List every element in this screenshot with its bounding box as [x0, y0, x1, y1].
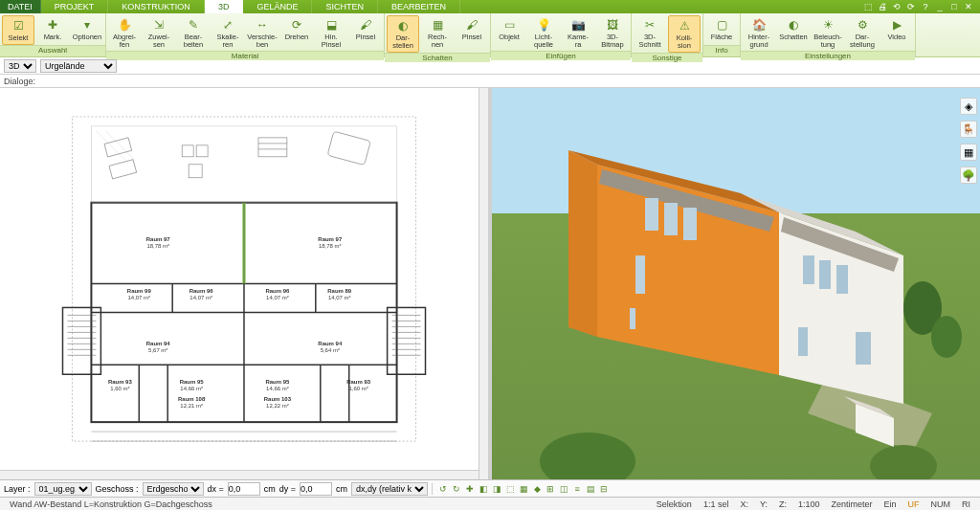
- bottom-tool-icon-4[interactable]: ◨: [490, 482, 503, 496]
- menu-bar: DATEI PROJEKT KONSTRUKTION 3D GELÄNDE SI…: [0, 0, 980, 13]
- ribbon-btn-darstellen[interactable]: ◐Dar- stellen: [387, 15, 419, 53]
- ribbon-btn-mark[interactable]: ✚Mark.: [36, 15, 69, 43]
- scrollbar-horizontal[interactable]: [0, 470, 479, 479]
- ribbon-icon: ↔: [254, 17, 271, 33]
- bottom-tool-icon-0[interactable]: ↺: [436, 482, 450, 496]
- ribbon-label: Dar- stellung: [850, 33, 875, 49]
- ribbon-btn-lichtquelle[interactable]: 💡Licht- quelle: [527, 15, 560, 51]
- close-icon[interactable]: ✕: [963, 1, 974, 12]
- help-icon[interactable]: ?: [920, 1, 931, 12]
- ribbon-btn-pinsel[interactable]: 🖌Pinsel: [349, 15, 382, 43]
- ribbon-btn-verschieben[interactable]: ↔Verschie- ben: [246, 15, 278, 51]
- ribbon-btn-selekt[interactable]: ☑Selekt: [2, 15, 34, 45]
- main-area: Raum 9718,78 m²Raum 9718,78 m²Raum 9914,…: [0, 88, 980, 479]
- ribbon-group-einfügen: ▭Objekt💡Licht- quelle📷Kame- ra🖼3D- Bitma…: [491, 13, 632, 56]
- ribbon-icon: ⤢: [219, 17, 236, 33]
- ribbon-btn-pinsel[interactable]: 🖌Pinsel: [456, 15, 488, 43]
- ribbon-btn-darstellung[interactable]: ⚙Dar- stellung: [846, 15, 879, 51]
- ribbon-btn-zuweisen[interactable]: ⇲Zuwei- sen: [143, 15, 175, 51]
- ribbon-label: Licht- quelle: [534, 33, 553, 49]
- ribbon-icon: ☀: [819, 17, 836, 33]
- ribbon-btn-kamera[interactable]: 📷Kame- ra: [562, 15, 594, 51]
- ribbon-btn-objekt[interactable]: ▭Objekt: [493, 15, 525, 43]
- ribbon-btn-video[interactable]: ▶Video: [880, 15, 913, 43]
- mode-select[interactable]: 3D: [4, 59, 36, 73]
- ribbon-btn-rechnen[interactable]: ▦Rech- nen: [421, 15, 454, 51]
- room-area: 14,07 m²: [266, 295, 289, 300]
- room-area: 5,64 m²: [321, 347, 340, 353]
- folder-icon[interactable]: ⬚: [862, 1, 874, 12]
- redo-icon[interactable]: ⟳: [905, 1, 917, 12]
- ribbon-label: Drehen: [285, 33, 309, 41]
- ribbon-group-schatten: ◐Dar- stellen▦Rech- nen🖌PinselSchatten: [385, 13, 491, 56]
- dy-input[interactable]: [300, 482, 332, 496]
- furniture-icon[interactable]: 🪑: [960, 121, 977, 138]
- materials-icon[interactable]: ▦: [960, 144, 977, 161]
- menu-tab-sichten[interactable]: SICHTEN: [312, 0, 378, 13]
- ribbon-icon: ✎: [185, 17, 202, 33]
- room-name: Raum 95: [180, 379, 205, 385]
- print-icon[interactable]: 🖨: [877, 1, 888, 12]
- ribbon: ☑Selekt✚Mark.▾OptionenAuswahl✋Abgrei- fe…: [0, 13, 980, 57]
- ribbon-btn-schatten[interactable]: ◐Schatten: [777, 15, 810, 43]
- ribbon-btn-dschnitt[interactable]: ✂3D- Schnitt: [634, 15, 666, 51]
- menu-tab-gelaende[interactable]: GELÄNDE: [243, 0, 312, 13]
- layer-select[interactable]: 01_ug.eg.og: [34, 482, 92, 496]
- room-name: Raum 95: [265, 379, 290, 385]
- undo-icon[interactable]: ⟲: [891, 1, 902, 12]
- room-name: Raum 96: [265, 288, 290, 294]
- svg-rect-34: [104, 138, 132, 157]
- 3d-viewport[interactable]: ◈ 🪑 ▦ 🌳: [492, 88, 980, 479]
- group-label: Schatten: [385, 53, 490, 62]
- ribbon-group-material: ✋Abgrei- fen⇲Zuwei- sen✎Bear- beiten⤢Ska…: [106, 13, 385, 56]
- dx-input[interactable]: [228, 482, 260, 496]
- bottom-tool-icon-8[interactable]: ⊞: [544, 482, 557, 496]
- ribbon-btn-dbitmap[interactable]: 🖼3D- Bitmap: [596, 15, 629, 51]
- bottom-tool-icon-3[interactable]: ◧: [477, 482, 490, 496]
- bottom-tool-icon-6[interactable]: ▦: [517, 482, 530, 496]
- ribbon-btn-optionen[interactable]: ▾Optionen: [71, 15, 103, 43]
- plants-icon[interactable]: 🌳: [960, 166, 977, 184]
- bottom-tool-icon-7[interactable]: ◆: [530, 482, 544, 496]
- group-label: Einfügen: [491, 51, 631, 60]
- ribbon-label: Skalie- ren: [217, 33, 239, 49]
- bottom-tool-icon-5[interactable]: ⬚: [503, 482, 517, 496]
- layers-icon[interactable]: ◈: [960, 98, 977, 115]
- menu-tab-3d[interactable]: 3D: [205, 0, 244, 13]
- status-num: NUM: [925, 499, 957, 509]
- ribbon-btn-abgreifen[interactable]: ✋Abgrei- fen: [108, 15, 141, 51]
- ribbon-btn-beleuchtung[interactable]: ☀Beleuch- tung: [812, 15, 844, 51]
- maximize-icon[interactable]: □: [948, 1, 960, 12]
- 3d-view-pane[interactable]: ◈ 🪑 ▦ 🌳: [492, 88, 980, 479]
- view-select[interactable]: Urgelände: [40, 59, 117, 73]
- ribbon-label: Zuwei- sen: [148, 33, 170, 49]
- status-ein: Ein: [878, 499, 902, 509]
- menu-tab-konstruktion[interactable]: KONSTRUKTION: [108, 0, 205, 13]
- group-label: Info: [703, 45, 740, 56]
- bottom-tool-icon-1[interactable]: ↻: [450, 482, 463, 496]
- ribbon-btn-skalieren[interactable]: ⤢Skalie- ren: [212, 15, 244, 51]
- geschoss-select[interactable]: Erdgeschos: [143, 482, 204, 496]
- status-z: Z:: [773, 499, 792, 509]
- menu-tab-bearbeiten[interactable]: BEARBEITEN: [378, 0, 460, 13]
- menu-file[interactable]: DATEI: [0, 0, 41, 13]
- coord-mode-select[interactable]: dx,dy (relativ ka: [351, 482, 428, 496]
- bottom-tool-icon-9[interactable]: ◫: [557, 482, 570, 496]
- minimize-icon[interactable]: _: [934, 1, 946, 12]
- ribbon-btn-hintergrund[interactable]: 🏠Hinter- grund: [743, 15, 775, 51]
- bottom-tool-icon-10[interactable]: ≡: [570, 482, 584, 496]
- ribbon-btn-bearbeiten[interactable]: ✎Bear- beiten: [177, 15, 210, 51]
- room-area: 14,07 m²: [189, 295, 212, 300]
- room-area: 1,60 m²: [349, 386, 368, 391]
- svg-point-48: [540, 432, 635, 479]
- ribbon-btn-flche[interactable]: ▢Fläche: [705, 15, 738, 43]
- ribbon-btn-kollision[interactable]: ⚠Kolli- sion: [668, 15, 701, 53]
- ribbon-btn-drehen[interactable]: ⟳Drehen: [280, 15, 313, 43]
- floorplan-pane[interactable]: Raum 9718,78 m²Raum 9718,78 m²Raum 9914,…: [0, 88, 492, 479]
- menu-tab-projekt[interactable]: PROJEKT: [41, 0, 109, 13]
- ribbon-btn-hinpinsel[interactable]: ⬓Hin. Pinsel: [315, 15, 347, 51]
- bottom-tool-icon-12[interactable]: ⊟: [597, 482, 611, 496]
- bottom-tool-icon-11[interactable]: ▤: [584, 482, 597, 496]
- scrollbar-vertical[interactable]: [479, 88, 488, 479]
- bottom-tool-icon-2[interactable]: ✚: [463, 482, 477, 496]
